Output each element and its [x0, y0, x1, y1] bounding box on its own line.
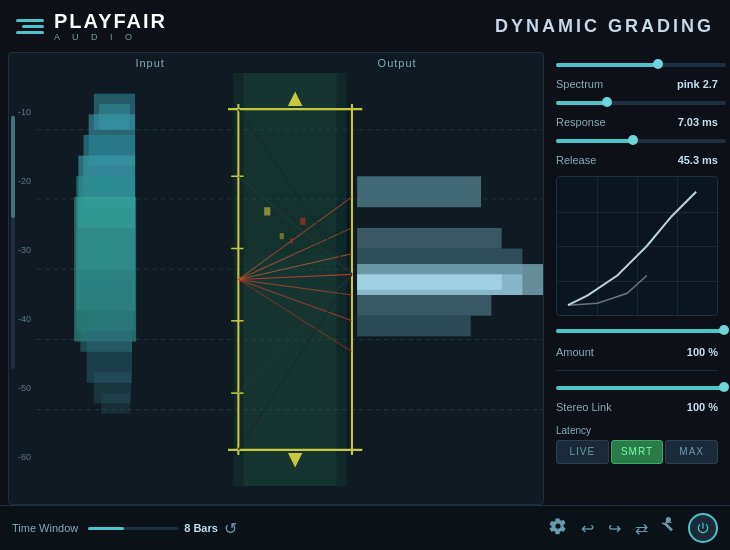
db-label-60: -60 — [11, 452, 35, 462]
spectrum-slider[interactable] — [556, 63, 726, 67]
release-slider[interactable] — [556, 139, 726, 143]
spectrum-slider-thumb — [653, 59, 663, 69]
logo-line-2 — [22, 25, 44, 28]
header-title: DYNAMIC GRADING — [495, 16, 714, 37]
release-value: 45.3 ms — [678, 154, 718, 166]
latency-max-button[interactable]: MAX — [665, 440, 718, 464]
response-slider[interactable] — [556, 101, 726, 105]
spectrum-slider-fill — [556, 63, 658, 67]
time-window-label: Time Window — [12, 522, 78, 534]
svg-rect-25 — [357, 295, 491, 316]
latency-live-button[interactable]: LIVE — [556, 440, 609, 464]
amount-label: Amount — [556, 346, 594, 358]
amount-slider-thumb — [719, 325, 729, 335]
latency-label: Latency — [556, 425, 718, 436]
logo-audio-text: A U D I O — [54, 33, 167, 42]
wrench-icon[interactable] — [662, 517, 680, 539]
time-window-slider-fill — [88, 527, 124, 530]
settings-icon[interactable] — [549, 517, 567, 539]
logo-icon — [16, 19, 44, 34]
stereo-row: Stereo Link 100 % — [552, 401, 722, 413]
svg-rect-24 — [357, 274, 502, 289]
undo-icon[interactable]: ↩ — [581, 519, 594, 538]
release-label: Release — [556, 154, 596, 166]
latency-smrt-button[interactable]: SMRT — [611, 440, 664, 464]
time-window-value: 8 Bars — [184, 522, 218, 534]
output-label: Output — [378, 57, 417, 69]
db-label-40: -40 — [11, 314, 35, 324]
main-area: Input Output -10 -20 -30 -40 -50 -60 — [0, 52, 730, 505]
stereo-slider[interactable] — [556, 386, 726, 390]
right-panel: Spectrum pink 2.7 Response 7.03 ms Relea… — [552, 52, 722, 505]
svg-rect-50 — [300, 218, 305, 225]
divider — [556, 370, 718, 371]
time-window-slider[interactable] — [88, 527, 178, 530]
db-label-50: -50 — [11, 383, 35, 393]
visualizer-panel: Input Output -10 -20 -30 -40 -50 -60 — [8, 52, 544, 505]
input-label: Input — [135, 57, 164, 69]
response-row: Response 7.03 ms — [552, 116, 722, 128]
svg-rect-16 — [101, 393, 130, 414]
amount-slider[interactable] — [556, 329, 726, 333]
svg-rect-19 — [357, 176, 481, 207]
svg-rect-51 — [290, 238, 293, 243]
stereo-label: Stereo Link — [556, 401, 612, 413]
header: PLAYFAIR A U D I O DYNAMIC GRADING — [0, 0, 730, 52]
db-label-20: -20 — [11, 176, 35, 186]
release-slider-thumb — [628, 135, 638, 145]
power-button[interactable] — [688, 513, 718, 543]
spectrum-row: Spectrum pink 2.7 — [552, 78, 722, 90]
toolbar-left: Time Window 8 Bars ↺ — [12, 519, 541, 538]
transfer-icon[interactable]: ⇄ — [635, 519, 648, 538]
svg-rect-20 — [357, 228, 502, 249]
latency-buttons: LIVE SMRT MAX — [556, 440, 718, 464]
vis-labels-top: Input Output — [9, 53, 543, 73]
response-value: 7.03 ms — [678, 116, 718, 128]
amount-row: Amount 100 % — [552, 346, 722, 358]
response-label: Response — [556, 116, 606, 128]
toolbar: Time Window 8 Bars ↺ ↩ ↪ ⇄ — [0, 505, 730, 550]
amount-value: 100 % — [687, 346, 718, 358]
logo-line-1 — [16, 19, 44, 22]
logo-playfair-text: PLAYFAIR — [54, 11, 167, 31]
svg-rect-26 — [357, 316, 471, 337]
stereo-slider-thumb — [719, 382, 729, 392]
logo-area: PLAYFAIR A U D I O — [16, 11, 167, 42]
curve-grid-v2 — [637, 177, 638, 315]
svg-rect-49 — [280, 233, 284, 239]
svg-rect-18 — [244, 73, 337, 486]
release-slider-fill — [556, 139, 633, 143]
logo-text-area: PLAYFAIR A U D I O — [54, 11, 167, 42]
curve-grid-v3 — [677, 177, 678, 315]
db-label-10: -10 — [11, 107, 35, 117]
refresh-icon[interactable]: ↺ — [224, 519, 237, 538]
response-slider-thumb — [602, 97, 612, 107]
vis-content: -10 -20 -30 -40 -50 -60 — [9, 73, 543, 496]
amount-slider-fill — [556, 329, 726, 333]
response-slider-fill — [556, 101, 607, 105]
stereo-value: 100 % — [687, 401, 718, 413]
stereo-slider-fill — [556, 386, 726, 390]
redo-icon[interactable]: ↪ — [608, 519, 621, 538]
latency-section: Latency LIVE SMRT MAX — [556, 425, 718, 464]
logo-line-3 — [16, 31, 44, 34]
spectrum-value: pink 2.7 — [677, 78, 718, 90]
curve-grid-v1 — [597, 177, 598, 315]
vis-svg — [37, 73, 543, 486]
svg-rect-48 — [264, 207, 270, 215]
db-labels: -10 -20 -30 -40 -50 -60 — [9, 73, 37, 496]
toolbar-icons: ↩ ↪ ⇄ — [549, 517, 680, 539]
curve-box — [556, 176, 718, 316]
db-label-30: -30 — [11, 245, 35, 255]
release-row: Release 45.3 ms — [552, 154, 722, 166]
spectrum-label: Spectrum — [556, 78, 603, 90]
